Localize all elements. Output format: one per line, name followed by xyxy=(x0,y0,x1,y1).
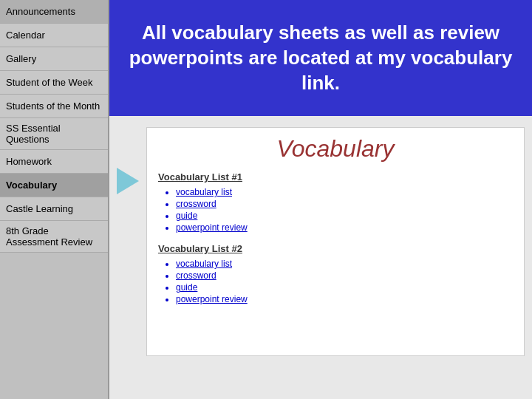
sidebar-item-homework[interactable]: Homework xyxy=(0,150,108,174)
list-item[interactable]: guide xyxy=(176,282,513,293)
sidebar-item-gallery[interactable]: Gallery xyxy=(0,47,108,71)
vocab-title: Vocabulary xyxy=(158,135,513,163)
sidebar: AnnouncementsCalendarGalleryStudent of t… xyxy=(0,0,109,399)
sidebar-item-student-week[interactable]: Student of the Week xyxy=(0,71,108,95)
header-banner: All vocabulary sheets as well as review … xyxy=(109,0,532,116)
vocab-list-1-items: vocabulary listcrosswordguidepowerpoint … xyxy=(158,187,513,233)
sidebar-item-ss-essential[interactable]: SS Essential Questions xyxy=(0,118,108,150)
content-area: Vocabulary Vocabulary List #1 vocabulary… xyxy=(109,116,532,399)
vocab-list-1: Vocabulary List #1 vocabulary listcrossw… xyxy=(158,171,513,233)
right-arrow-icon xyxy=(117,168,139,194)
list-item[interactable]: crossword xyxy=(176,199,513,209)
list-item[interactable]: crossword xyxy=(176,270,513,281)
sidebar-item-announcements[interactable]: Announcements xyxy=(0,0,108,24)
vocab-list-1-heading: Vocabulary List #1 xyxy=(158,171,513,183)
vocab-list-2-items: vocabulary listcrosswordguidepowerpoint … xyxy=(158,259,513,304)
sidebar-item-8th-grade[interactable]: 8th Grade Assessment Review xyxy=(0,221,108,253)
sidebar-item-students-month[interactable]: Students of the Month xyxy=(0,95,108,118)
list-item[interactable]: powerpoint review xyxy=(176,294,513,304)
sidebar-item-castle-learning[interactable]: Castle Learning xyxy=(0,197,108,221)
vocab-list-2-heading: Vocabulary List #2 xyxy=(158,243,513,254)
main-content: All vocabulary sheets as well as review … xyxy=(109,0,532,399)
arrow-container xyxy=(109,168,146,194)
list-item[interactable]: guide xyxy=(176,211,513,221)
sidebar-item-vocabulary[interactable]: Vocabulary xyxy=(0,174,108,197)
list-item[interactable]: vocabulary list xyxy=(176,259,513,269)
list-item[interactable]: vocabulary list xyxy=(176,187,513,197)
sidebar-item-calendar[interactable]: Calendar xyxy=(0,24,108,47)
vocab-list-2: Vocabulary List #2 vocabulary listcrossw… xyxy=(158,243,513,304)
list-item[interactable]: powerpoint review xyxy=(176,222,513,233)
vocab-panel: Vocabulary Vocabulary List #1 vocabulary… xyxy=(146,127,525,356)
